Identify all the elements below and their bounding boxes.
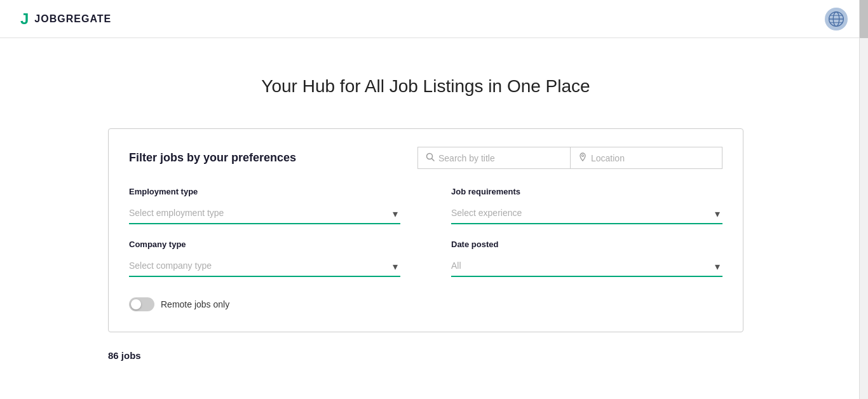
employment-type-select[interactable]: Select employment type Full-time Part-ti… <box>129 203 400 224</box>
search-location-input[interactable] <box>591 153 714 163</box>
search-title-input[interactable] <box>438 153 562 163</box>
location-icon <box>578 152 587 163</box>
logo-name: JOBGREGATE <box>34 13 111 25</box>
remote-toggle[interactable] <box>129 297 154 311</box>
search-title-field[interactable] <box>417 147 570 169</box>
company-type-select-wrapper[interactable]: Select company type Startup SME Enterpri… <box>129 255 400 277</box>
hero-title: Your Hub for All Job Listings in One Pla… <box>38 76 813 97</box>
employment-type-group: Employment type Select employment type F… <box>129 187 400 224</box>
company-type-select[interactable]: Select company type Startup SME Enterpri… <box>129 255 400 277</box>
header: J JOBGREGATE <box>0 0 868 38</box>
remote-toggle-label: Remote jobs only <box>161 299 229 309</box>
filter-box: Filter jobs by your preferences <box>108 128 743 332</box>
filter-title: Filter jobs by your preferences <box>129 151 296 165</box>
search-location-field[interactable] <box>570 147 722 169</box>
job-requirements-label: Job requirements <box>451 187 722 196</box>
filter-top-row: Filter jobs by your preferences <box>129 147 722 169</box>
jobs-count: 86 jobs <box>108 350 743 361</box>
search-row <box>417 147 722 169</box>
avatar-image <box>825 8 847 30</box>
toggle-knob <box>131 299 141 309</box>
date-posted-select[interactable]: All Today This week This month <box>451 255 722 277</box>
date-posted-label: Date posted <box>451 240 722 249</box>
date-posted-select-wrapper[interactable]: All Today This week This month ▾ <box>451 255 722 277</box>
main-content: Your Hub for All Job Listings in One Pla… <box>0 38 851 386</box>
search-icon <box>426 152 435 163</box>
scrollbar-thumb[interactable] <box>860 0 868 38</box>
svg-point-8 <box>582 155 584 157</box>
avatar[interactable] <box>825 8 848 30</box>
remote-toggle-row: Remote jobs only <box>129 297 722 311</box>
job-requirements-select[interactable]: Select experience Entry level Mid level … <box>451 203 722 224</box>
job-requirements-group: Job requirements Select experience Entry… <box>451 187 722 224</box>
employment-type-label: Employment type <box>129 187 400 196</box>
job-requirements-select-wrapper[interactable]: Select experience Entry level Mid level … <box>451 203 722 224</box>
filter-grid: Employment type Select employment type F… <box>129 187 722 292</box>
logo[interactable]: J JOBGREGATE <box>20 10 111 28</box>
svg-line-7 <box>432 159 435 161</box>
date-posted-group: Date posted All Today This week This mon… <box>451 240 722 277</box>
logo-icon: J <box>20 10 29 28</box>
company-type-group: Company type Select company type Startup… <box>129 240 400 277</box>
company-type-label: Company type <box>129 240 400 249</box>
scrollbar-track[interactable] <box>859 0 868 399</box>
employment-type-select-wrapper[interactable]: Select employment type Full-time Part-ti… <box>129 203 400 224</box>
